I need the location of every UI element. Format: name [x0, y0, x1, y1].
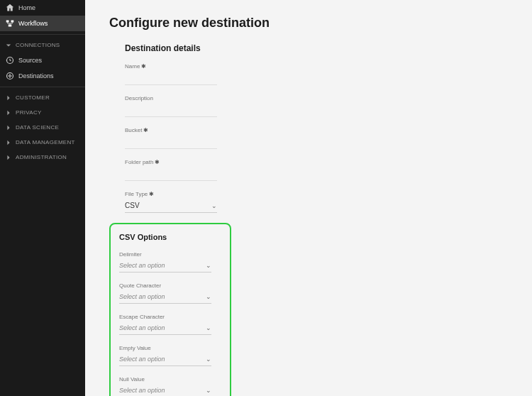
null-value-select[interactable]: Select an option ⌄ [119, 384, 211, 396]
sidebar-section-data-management[interactable]: DATA MANAGEMENT [0, 135, 85, 150]
chevron-down-icon: ⌄ [206, 262, 211, 269]
empty-value-placeholder: Select an option [119, 356, 165, 363]
sidebar-section-connections[interactable]: CONNECTIONS [0, 38, 85, 53]
csv-options-title: CSV Options [119, 233, 230, 241]
svg-rect-2 [9, 25, 12, 27]
chevron-down-icon: ⌄ [211, 202, 217, 209]
name-input[interactable] [125, 73, 217, 85]
sidebar-section-label: ADMINISTRATION [16, 154, 67, 160]
sidebar-divider [0, 34, 85, 35]
empty-value-field: Empty Value Select an option ⌄ [119, 345, 211, 366]
folder-path-field: Folder path✱ [125, 159, 217, 181]
chevron-down-icon [6, 43, 11, 48]
sidebar-item-label: Home [18, 4, 35, 11]
file-type-select[interactable]: CSV ⌄ [125, 199, 217, 213]
sidebar-section-data-science[interactable]: DATA SCIENCE [0, 120, 85, 135]
sidebar-section-administration[interactable]: ADMINISTRATION [0, 150, 85, 165]
name-field: Name✱ [125, 63, 217, 85]
chevron-down-icon: ⌄ [206, 356, 211, 363]
folder-path-label: Folder path✱ [125, 159, 217, 165]
sidebar-item-home[interactable]: Home [0, 0, 85, 16]
svg-rect-0 [6, 21, 9, 23]
sidebar-section-label: CUSTOMER [16, 94, 50, 101]
null-value-placeholder: Select an option [119, 387, 165, 394]
file-type-label: File Type✱ [125, 191, 217, 197]
home-icon [6, 4, 14, 12]
sidebar-section-label: DATA SCIENCE [16, 124, 59, 131]
sidebar-divider [0, 87, 85, 87]
chevron-right-icon [6, 95, 11, 101]
null-value-field: Null Value Select an option ⌄ [119, 376, 211, 396]
chevron-down-icon: ⌄ [206, 293, 211, 300]
quote-character-placeholder: Select an option [119, 293, 165, 300]
quote-character-label: Quote Character [119, 282, 211, 289]
destinations-icon [6, 72, 14, 80]
quote-character-select[interactable]: Select an option ⌄ [119, 290, 211, 304]
sidebar-section-customer[interactable]: CUSTOMER [0, 90, 85, 105]
file-type-value: CSV [125, 202, 140, 209]
chevron-right-icon [6, 125, 11, 131]
sidebar-item-label: Destinations [18, 72, 54, 79]
chevron-down-icon: ⌄ [206, 387, 211, 394]
bucket-label: Bucket✱ [125, 127, 217, 133]
sidebar-item-label: Sources [18, 57, 42, 64]
svg-rect-1 [11, 21, 14, 23]
workflows-icon [6, 19, 14, 28]
chevron-right-icon [6, 140, 11, 145]
description-label: Description [125, 95, 217, 101]
description-input[interactable] [125, 105, 217, 117]
empty-value-select[interactable]: Select an option ⌄ [119, 353, 211, 366]
sidebar-section-label: DATA MANAGEMENT [16, 139, 75, 145]
destination-details-title: Destination details [125, 43, 508, 53]
delimiter-label: Delimiter [119, 251, 211, 258]
delimiter-select[interactable]: Select an option ⌄ [119, 259, 211, 273]
escape-character-placeholder: Select an option [119, 324, 165, 331]
quote-character-field: Quote Character Select an option ⌄ [119, 282, 211, 304]
chevron-right-icon [6, 110, 11, 116]
bucket-field: Bucket✱ [125, 127, 217, 149]
main-content: Configure new destination Destination de… [85, 0, 532, 396]
sidebar-item-label: Workflows [18, 20, 48, 27]
delimiter-field: Delimiter Select an option ⌄ [119, 251, 211, 273]
sidebar-item-destinations[interactable]: Destinations [0, 68, 85, 84]
name-label: Name✱ [125, 63, 217, 70]
null-value-label: Null Value [119, 376, 211, 383]
bucket-input[interactable] [125, 137, 217, 149]
folder-path-input[interactable] [125, 169, 217, 181]
escape-character-field: Escape Character Select an option ⌄ [119, 314, 211, 335]
file-type-field: File Type✱ CSV ⌄ [125, 191, 217, 213]
destination-details-panel: Destination details Name✱ Description Bu… [108, 43, 509, 396]
chevron-right-icon [6, 155, 11, 160]
escape-character-label: Escape Character [119, 314, 211, 320]
escape-character-select[interactable]: Select an option ⌄ [119, 321, 211, 335]
sources-icon [6, 56, 14, 65]
sidebar-item-workflows[interactable]: Workflows [0, 16, 85, 31]
sidebar-item-sources[interactable]: Sources [0, 53, 85, 68]
sidebar-section-label: PRIVACY [16, 109, 42, 116]
description-field: Description [125, 95, 217, 117]
sidebar-section-label: CONNECTIONS [16, 42, 60, 48]
empty-value-label: Empty Value [119, 345, 211, 351]
chevron-down-icon: ⌄ [206, 324, 211, 331]
page-title: Configure new destination [109, 16, 509, 31]
sidebar-section-privacy[interactable]: PRIVACY [0, 105, 85, 120]
csv-options-panel: CSV Options Delimiter Select an option ⌄… [109, 223, 231, 396]
delimiter-placeholder: Select an option [119, 262, 165, 269]
sidebar: Home Workflows CONNECTIONS Sources Desti… [0, 0, 85, 396]
